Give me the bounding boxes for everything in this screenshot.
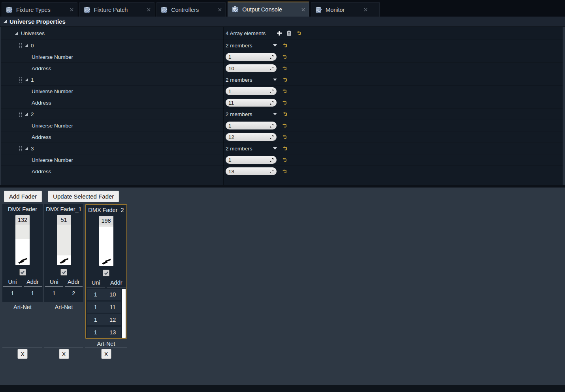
tab-fixture-patch[interactable]: Fixture Patch (79, 2, 154, 17)
element-index: 1 (31, 77, 34, 83)
patch-row[interactable]: 1 1 (2, 290, 43, 296)
input-value: 1 (228, 88, 269, 94)
reset-to-default-icon[interactable] (281, 88, 287, 94)
fader-panel[interactable]: DMX Fader_1 51 Uni Addr 1 2 (44, 204, 83, 302)
fader-handle-icon[interactable] (59, 258, 69, 264)
empty-array-icon[interactable] (286, 30, 292, 36)
tab-close-icon[interactable] (218, 8, 222, 12)
array-label: Universes (21, 30, 45, 36)
reset-to-default-icon[interactable] (281, 65, 287, 71)
fader-enabled-checkbox[interactable] (60, 269, 67, 276)
tab-controllers[interactable]: Controllers (156, 2, 226, 17)
universe-number-input[interactable]: 1 (226, 87, 277, 95)
spinbox-drag-icon (269, 101, 274, 105)
add-fader-button[interactable]: Add Fader (4, 191, 42, 202)
fader-enabled-checkbox[interactable] (103, 270, 109, 276)
fader-name: DMX Fader (8, 206, 37, 212)
patch-row[interactable]: 1 13 (87, 327, 121, 338)
universe-element-row: 1 2 members (1, 74, 565, 86)
bottom-status-strip (0, 385, 565, 392)
fader-name: DMX Fader_2 (88, 207, 124, 213)
tab-close-icon[interactable] (363, 8, 368, 12)
address-input[interactable]: 11 (226, 99, 277, 107)
reset-to-default-icon[interactable] (281, 54, 287, 60)
drag-handle-icon[interactable] (19, 146, 22, 152)
fader-panel[interactable]: DMX Fader 132 Uni Addr 1 1 (2, 204, 43, 302)
remove-fader-button[interactable]: X (18, 349, 28, 359)
reset-to-default-icon[interactable] (281, 157, 287, 163)
input-value: 13 (228, 169, 269, 174)
reset-to-default-icon[interactable] (281, 77, 288, 83)
expander-icon[interactable] (25, 78, 28, 81)
input-value: 11 (228, 100, 269, 106)
element-index: 0 (31, 43, 34, 49)
patch-row[interactable]: 1 10 (87, 289, 121, 300)
reset-to-default-icon[interactable] (281, 122, 287, 129)
tab-label: Monitor (326, 7, 345, 13)
fader-enabled-checkbox[interactable] (19, 269, 26, 276)
fader-column: DMX Fader 132 Uni Addr 1 1 (2, 204, 43, 386)
member-summary: 2 members (226, 77, 273, 83)
tab-output-console[interactable]: Output Console (228, 2, 309, 17)
tab-close-icon[interactable] (70, 8, 74, 12)
fixture-tab-icon (161, 7, 168, 13)
expander-icon[interactable] (25, 147, 28, 150)
remove-fader-button[interactable]: X (101, 349, 111, 359)
drag-handle-icon[interactable] (19, 43, 22, 49)
dmx-output-console-window: Fixture Types Fixture Patch Controllers … (0, 0, 565, 392)
address-input[interactable]: 13 (226, 167, 277, 175)
reset-to-default-icon[interactable] (281, 168, 287, 174)
address-input[interactable]: 12 (226, 133, 277, 141)
universe-number-input[interactable]: 1 (226, 53, 277, 61)
address-input[interactable]: 10 (226, 64, 277, 72)
drag-handle-icon[interactable] (19, 77, 22, 83)
chevron-down-icon[interactable] (273, 44, 277, 47)
addr-value: 2 (64, 290, 84, 296)
input-value: 1 (228, 157, 269, 163)
expander-icon[interactable] (25, 113, 28, 116)
update-selected-fader-button[interactable]: Update Selected Fader (48, 191, 119, 202)
tab-close-icon[interactable] (147, 8, 151, 12)
drag-handle-icon[interactable] (19, 111, 22, 117)
fader-track[interactable]: 198 (99, 216, 113, 266)
reset-to-default-icon[interactable] (281, 99, 287, 106)
fader-console: Add Fader Update Selected Fader DMX Fade… (0, 188, 565, 385)
fader-value: 198 (99, 216, 113, 225)
expander-icon[interactable] (25, 44, 28, 47)
universe-number-input[interactable]: 1 (226, 156, 277, 164)
chevron-down-icon[interactable] (273, 147, 277, 150)
add-element-icon[interactable] (276, 30, 282, 36)
fader-handle-icon[interactable] (101, 259, 111, 264)
remove-fader-button[interactable]: X (59, 349, 69, 359)
universe-number-input[interactable]: 1 (226, 122, 277, 129)
fader-track[interactable]: 132 (15, 215, 30, 265)
expander-icon[interactable] (3, 20, 7, 23)
tab-monitor[interactable]: Monitor (311, 2, 380, 17)
spinbox-drag-icon (269, 66, 274, 71)
patch-row[interactable]: 1 11 (87, 302, 121, 313)
reset-to-default-icon[interactable] (281, 134, 287, 140)
reset-to-default-icon[interactable] (295, 30, 301, 36)
fader-panel[interactable]: DMX Fader_2 198 Uni Addr 1 (85, 204, 127, 339)
fader-handle-icon[interactable] (17, 258, 28, 264)
tab-fixture-types[interactable]: Fixture Types (2, 2, 77, 17)
chevron-down-icon[interactable] (273, 79, 277, 81)
reset-to-default-icon[interactable] (281, 111, 288, 117)
reset-to-default-icon[interactable] (281, 42, 288, 49)
patch-list-scrollbar[interactable] (122, 289, 126, 338)
chevron-down-icon[interactable] (273, 113, 277, 115)
spinbox-drag-icon (269, 135, 274, 139)
properties-scrollbar[interactable] (563, 27, 565, 185)
property-label: Universe Number (32, 88, 73, 94)
patch-row[interactable]: 1 12 (87, 314, 121, 325)
property-label: Address (32, 66, 51, 71)
tab-close-icon[interactable] (301, 8, 305, 12)
expander-icon[interactable] (15, 32, 18, 35)
universe-properties-header[interactable]: Universe Properties (0, 17, 565, 27)
patch-row[interactable]: 1 2 (44, 290, 83, 296)
uni-header: Uni (86, 279, 106, 286)
fader-divider (2, 347, 42, 347)
reset-to-default-icon[interactable] (281, 145, 288, 152)
fader-track[interactable]: 51 (57, 215, 71, 265)
addr-header: Addr (106, 279, 127, 286)
